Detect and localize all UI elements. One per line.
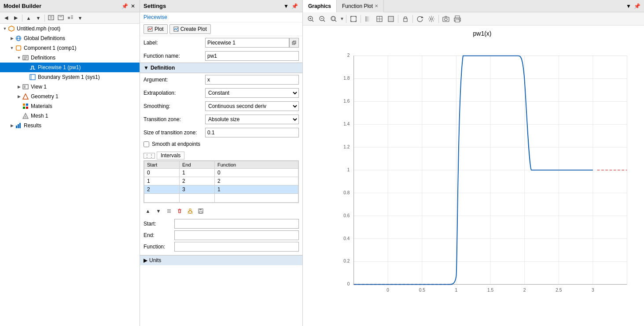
tab-graphics[interactable]: Graphics (303, 0, 337, 12)
interval-cell-end-1: 2 (180, 177, 215, 185)
forward-button[interactable]: ▶ (11, 14, 20, 22)
tab-function-plot[interactable]: Function Plot ✕ (337, 0, 384, 12)
tb-sep-5 (438, 15, 439, 23)
interval-save-button[interactable] (196, 207, 205, 215)
svg-rect-69 (455, 16, 460, 18)
zoom-out-button[interactable] (317, 14, 328, 24)
tree-item-boundary-system[interactable]: Boundary System 1 (sys1) (0, 72, 140, 82)
move-down-button[interactable]: ▼ (34, 14, 43, 22)
expand-component1[interactable]: ▼ (9, 45, 15, 51)
interval-fields: Start: End: Function: (140, 217, 302, 255)
settings-button[interactable] (426, 14, 437, 24)
back-button[interactable]: ◀ (2, 14, 11, 22)
svg-text:1.5: 1.5 (487, 288, 493, 293)
camera-button[interactable] (441, 14, 451, 24)
tree-item-mesh1[interactable]: Mesh 1 (0, 111, 140, 121)
settings-controls: ▼ 📌 (283, 2, 299, 10)
units-collapse-icon: ▶ (144, 257, 147, 263)
expand-view1[interactable]: ▶ (16, 84, 22, 90)
intervals-collapse-icon[interactable]: ⋮⋮ (144, 153, 155, 159)
interval-cell-empty-2 (215, 194, 298, 203)
function-name-input[interactable] (205, 51, 299, 61)
model-builder-header: Model Builder 📌 ✕ (0, 0, 140, 12)
smooth-endpoints-checkbox[interactable] (144, 141, 149, 147)
zoom-box-button[interactable] (328, 14, 339, 24)
interval-row-1[interactable]: 122 (144, 177, 298, 185)
expand-geometry1[interactable]: ▶ (16, 93, 22, 100)
tree-item-geometry1[interactable]: ▶ Geometry 1 (0, 92, 140, 101)
smoothing-select[interactable]: Continuous second deriv None Continuous … (205, 101, 299, 111)
expand-definitions[interactable]: ▼ (16, 55, 22, 61)
interval-list-button[interactable] (165, 207, 173, 215)
label-copy-button[interactable] (289, 38, 299, 48)
graphics-panel: Graphics Function Plot ✕ ▼ 📌 (303, 0, 644, 326)
size-transition-input[interactable] (205, 128, 299, 137)
refresh-button[interactable] (415, 14, 425, 24)
move-up-button[interactable]: ▲ (24, 14, 33, 22)
graphics-panel-pin[interactable]: 📌 (633, 2, 641, 10)
print-button[interactable] (452, 14, 463, 24)
interval-row-empty[interactable] (144, 194, 298, 203)
tree-item-root[interactable]: ▼ Untitled.mph (root) (0, 24, 140, 33)
svg-rect-44 (199, 209, 202, 210)
start-field-input[interactable] (174, 219, 299, 229)
expand-root[interactable]: ▼ (2, 26, 8, 32)
argument-input[interactable] (205, 75, 299, 85)
toolbar-btn-2[interactable] (56, 14, 65, 22)
settings-pin-button[interactable]: 📌 (291, 2, 299, 10)
solid-button[interactable] (386, 14, 396, 24)
label-input[interactable] (205, 38, 289, 48)
zoom-extents-button[interactable] (348, 14, 359, 24)
tree-item-definitions[interactable]: ▼ Definitions (0, 53, 140, 63)
tree-item-view1[interactable]: ▶ View 1 (0, 82, 140, 92)
interval-open-button[interactable] (186, 207, 195, 215)
expand-results[interactable]: ▶ (9, 122, 15, 129)
scene-light-button[interactable] (363, 14, 373, 24)
graphics-panel-menu[interactable]: ▼ (625, 2, 632, 10)
svg-rect-56 (351, 16, 356, 22)
label-key: Label: (144, 40, 205, 46)
settings-subtitle: Piecewise (140, 12, 302, 22)
plot-button[interactable]: Plot (144, 24, 168, 34)
function-field-input[interactable] (174, 242, 299, 252)
svg-text:0: 0 (347, 282, 350, 286)
tree-item-results[interactable]: ▶ Results (0, 121, 140, 130)
svg-text:0.2: 0.2 (343, 259, 350, 263)
interval-row-0[interactable]: 010 (144, 169, 298, 177)
interval-delete-button[interactable] (175, 207, 184, 215)
extrapolation-select[interactable]: Constant Linear None (205, 88, 299, 98)
tree-item-global-defs[interactable]: ▶ Global Definitions (0, 33, 140, 43)
svg-rect-24 (23, 104, 25, 106)
transition-zone-select[interactable]: Absolute size Relative size (205, 115, 299, 124)
toolbar-btn-4[interactable]: ▼ (76, 14, 85, 22)
tab-function-plot-label: Function Plot (342, 3, 373, 9)
end-field-input[interactable] (174, 230, 299, 240)
wireframe-button[interactable] (374, 14, 385, 24)
definition-section-header[interactable]: ▼ Definition (140, 63, 302, 73)
toolbar-btn-3[interactable] (66, 14, 75, 22)
tree-item-component1[interactable]: ▼ Component 1 (comp1) (0, 43, 140, 53)
svg-rect-63 (388, 16, 394, 22)
zoom-in-button[interactable] (305, 14, 316, 24)
settings-collapse-button[interactable]: ▼ (283, 2, 290, 10)
close-panel-button[interactable]: ✕ (130, 2, 136, 10)
toolbar-btn-1[interactable] (47, 14, 55, 22)
size-transition-row: Size of transition zone: (140, 126, 302, 139)
expand-global-defs[interactable]: ▶ (9, 35, 15, 41)
zoom-box-dropdown[interactable]: ▼ (340, 16, 344, 21)
materials-icon (22, 103, 29, 110)
interval-move-up-button[interactable]: ▲ (144, 207, 152, 215)
interval-row-2[interactable]: 231 (144, 185, 298, 194)
tree-item-piecewise1[interactable]: Piecewise 1 (pw1) (0, 63, 140, 72)
tree-item-materials[interactable]: Materials (0, 101, 140, 111)
interval-move-down-button[interactable]: ▼ (154, 207, 163, 215)
units-section[interactable]: ▶ Units (140, 255, 302, 265)
svg-rect-19 (30, 74, 35, 80)
lock-button[interactable] (400, 14, 411, 24)
tab-function-plot-close[interactable]: ✕ (375, 4, 378, 8)
tb-sep-3 (398, 15, 398, 23)
create-plot-button[interactable]: + Create Plot (169, 24, 211, 34)
tree-label-piecewise1: Piecewise 1 (pw1) (38, 64, 81, 70)
extrapolation-row: Extrapolation: Constant Linear None (140, 86, 302, 100)
pin-button[interactable]: 📌 (121, 2, 129, 10)
